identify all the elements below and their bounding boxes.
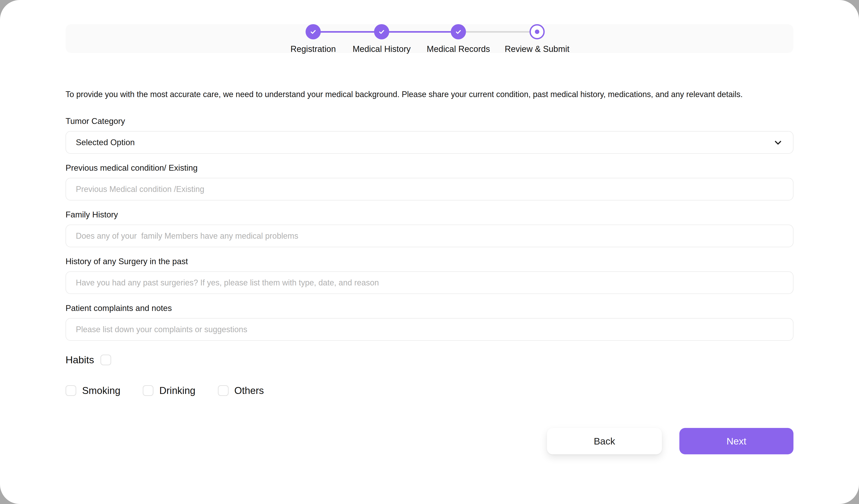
stepper-connector	[313, 31, 382, 33]
step-circle	[374, 24, 389, 40]
step-circle	[305, 24, 321, 40]
habits-row: Habits	[65, 354, 794, 366]
intro-text: To provide you with the most accurate ca…	[65, 90, 794, 99]
current-step-dot-icon	[535, 30, 539, 34]
habit-option-others: Others	[218, 385, 264, 396]
tumor-category-select[interactable]: Selected Option	[65, 131, 794, 154]
app-window: Registration Medical History Medical Rec…	[0, 0, 859, 504]
stepper-connector	[382, 31, 458, 33]
family-history-label: Family History	[65, 210, 794, 220]
stepper-connector	[458, 31, 537, 33]
surgery-history-input[interactable]	[65, 271, 794, 294]
step-circle	[529, 24, 545, 40]
form-actions: Back Next	[65, 428, 794, 454]
back-button[interactable]: Back	[547, 428, 662, 454]
previous-condition-label: Previous medical condition/ Existing	[65, 163, 794, 173]
tumor-category-selected-value: Selected Option	[76, 138, 135, 147]
checkmark-icon	[309, 28, 317, 36]
next-button[interactable]: Next	[679, 428, 794, 454]
habit-option-smoking: Smoking	[65, 385, 120, 396]
habit-option-drinking: Drinking	[143, 385, 195, 396]
step-label: Review & Submit	[504, 44, 569, 54]
smoking-label: Smoking	[82, 385, 120, 396]
step-circle	[451, 24, 466, 40]
complaints-input[interactable]	[65, 318, 794, 341]
stepper: Registration Medical History Medical Rec…	[65, 24, 794, 53]
chevron-down-icon	[773, 137, 783, 148]
habit-options-row: Smoking Drinking Others	[65, 385, 794, 396]
tumor-category-label: Tumor Category	[65, 116, 794, 126]
habits-checkbox[interactable]	[101, 354, 111, 365]
step-label: Medical History	[352, 44, 411, 54]
others-label: Others	[235, 385, 264, 396]
checkmark-icon	[454, 28, 462, 36]
family-history-input[interactable]	[65, 225, 794, 247]
checkmark-icon	[378, 28, 386, 36]
habits-label: Habits	[65, 354, 94, 366]
smoking-checkbox[interactable]	[65, 385, 76, 396]
drinking-label: Drinking	[159, 385, 195, 396]
step-label: Registration	[290, 44, 336, 54]
drinking-checkbox[interactable]	[143, 385, 153, 396]
others-checkbox[interactable]	[218, 385, 229, 396]
form-page: Registration Medical History Medical Rec…	[65, 24, 794, 454]
surgery-history-label: History of any Surgery in the past	[65, 257, 794, 266]
step-label: Medical Records	[427, 44, 490, 54]
previous-condition-input[interactable]	[65, 178, 794, 200]
complaints-label: Patient complaints and notes	[65, 303, 794, 313]
